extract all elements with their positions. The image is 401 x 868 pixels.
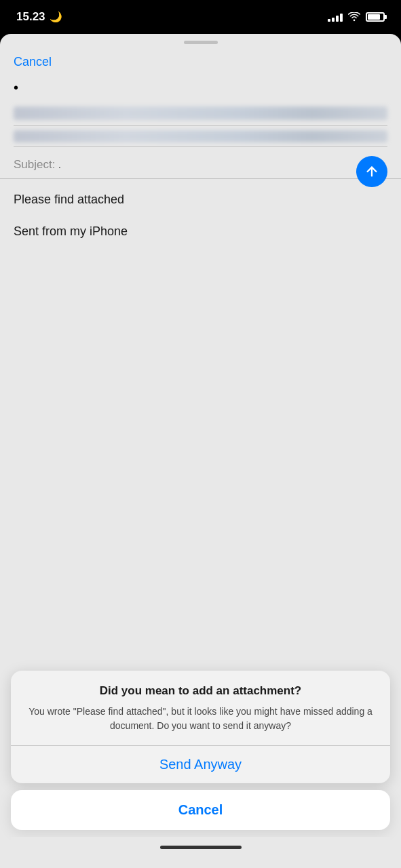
subject-label: Subject: — [14, 158, 55, 172]
alert-cancel-button[interactable]: Cancel — [11, 790, 390, 830]
recipient-dot: • — [14, 80, 401, 96]
send-arrow-icon — [364, 164, 379, 179]
attachment-alert: Did you mean to add an attachment? You w… — [11, 671, 390, 783]
moon-icon: 🌙 — [50, 11, 62, 23]
battery-icon — [366, 12, 385, 22]
cc-field-blurred[interactable] — [14, 130, 387, 142]
to-field-blurred[interactable] — [14, 106, 387, 120]
email-body-line1: Please find attached — [14, 190, 387, 210]
signal-icon — [328, 12, 343, 22]
email-body-line2: Sent from my iPhone — [14, 222, 387, 241]
send-button[interactable] — [356, 156, 387, 187]
status-time-container: 15.23 🌙 — [16, 10, 62, 24]
home-indicator — [11, 837, 390, 857]
alert-title: Did you mean to add an attachment? — [27, 684, 374, 698]
status-icons — [328, 12, 385, 22]
cancel-compose-button[interactable]: Cancel — [14, 55, 52, 69]
email-header: Cancel — [0, 44, 401, 69]
send-anyway-button[interactable]: Send Anyway — [11, 746, 390, 783]
subject-row[interactable]: Subject: . — [0, 151, 401, 179]
status-time: 15.23 — [16, 10, 45, 24]
alert-content: Did you mean to add an attachment? You w… — [11, 671, 390, 745]
alert-message: You wrote "Please find attached", but it… — [27, 705, 374, 733]
subject-value: . — [58, 158, 61, 172]
cc-field-divider — [14, 146, 387, 147]
status-bar: 15.23 🌙 — [0, 0, 401, 34]
home-bar — [160, 846, 242, 849]
email-body[interactable]: Please find attached Sent from my iPhone — [0, 179, 401, 252]
wifi-icon — [348, 12, 360, 22]
email-compose-screen: Cancel • Subject: . Please find attached… — [0, 34, 401, 868]
alert-overlay: Did you mean to add an attachment? You w… — [0, 660, 401, 868]
to-field-divider — [14, 125, 387, 126]
